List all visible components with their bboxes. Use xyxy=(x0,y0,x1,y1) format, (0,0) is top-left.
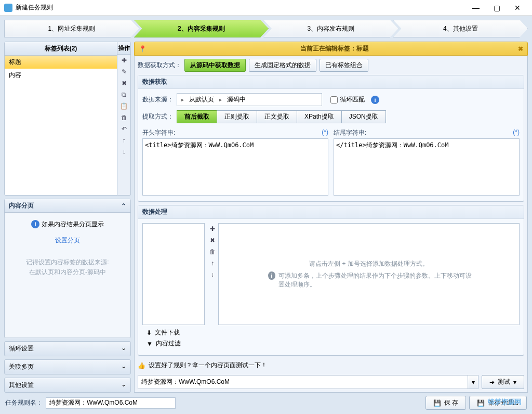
tab-xpath[interactable]: XPath提取 xyxy=(297,110,342,123)
app-icon xyxy=(4,4,12,12)
paste-tag-button[interactable]: 📋 xyxy=(117,100,130,112)
save-icon: 💾 xyxy=(477,399,485,407)
start-label: 开头字符串: xyxy=(142,128,175,137)
tag-list-panel: 标签列表(2) 标题 内容 操作 ✚ ✎ ✖ ⧉ 📋 🗑 ↶ ↑ ↓ xyxy=(4,42,131,196)
dropdown-button[interactable]: ▾ xyxy=(468,376,478,389)
tab-regex[interactable]: 正则提取 xyxy=(217,110,257,123)
maximize-button[interactable]: ▢ xyxy=(486,1,507,15)
info-icon: i xyxy=(31,220,39,228)
chevron-down-icon: ▾ xyxy=(513,379,516,386)
process-list[interactable] xyxy=(142,223,205,325)
download-icon: ⬇ xyxy=(147,329,152,337)
end-label: 结尾字符串: xyxy=(334,128,366,137)
delete-tag-button[interactable]: ✖ xyxy=(117,77,130,89)
close-button[interactable]: ✕ xyxy=(507,1,528,15)
minimize-button[interactable]: — xyxy=(466,1,486,15)
acquire-opt-fixed[interactable]: 生成固定格式的数据 xyxy=(249,59,316,72)
editing-label: 当前正在编辑标签：标题 xyxy=(151,44,518,53)
proc-down-button[interactable]: ↓ xyxy=(207,269,218,280)
step-tabs: 1、网址采集规则 2、内容采集规则 3、内容发布规则 4、其他设置 xyxy=(4,20,528,37)
editing-header: 📍 当前正在编辑标签：标题 ✖ xyxy=(134,42,528,56)
filter-icon: ▼ xyxy=(147,340,153,347)
play-icon: ▸ xyxy=(219,97,222,102)
proc-del-button[interactable]: ✖ xyxy=(207,235,218,246)
paging-header[interactable]: 内容分页 ⌃ xyxy=(5,199,130,213)
undo-button[interactable]: ↶ xyxy=(117,123,130,135)
tag-list-header: 标签列表(2) xyxy=(5,42,117,56)
section-loop[interactable]: 循环设置⌄ xyxy=(4,341,131,356)
data-source-combo[interactable]: ▸从默认页 ▸源码中 xyxy=(177,93,322,106)
arrow-right-icon: ➔ xyxy=(489,379,495,386)
task-name-label: 任务规则名： xyxy=(5,398,43,407)
step-4[interactable]: 4、其他设置 xyxy=(393,20,528,37)
info-icon[interactable]: i xyxy=(371,96,379,104)
wildcard-button[interactable]: (*) xyxy=(513,128,520,137)
step-2[interactable]: 2、内容采集规则 xyxy=(134,20,269,37)
chevron-down-icon: ⌄ xyxy=(121,363,126,371)
tag-item-title[interactable]: 标题 xyxy=(5,56,117,69)
proc-trash-button[interactable]: 🗑 xyxy=(207,246,218,257)
step-1[interactable]: 1、网址采集规则 xyxy=(4,20,139,37)
set-paging-link[interactable]: 设置分页 xyxy=(10,236,125,245)
test-prompt: 设置好了规则？拿一个内容页面测试一下！ xyxy=(149,361,267,370)
wildcard-button[interactable]: (*) xyxy=(322,128,328,137)
chevron-down-icon: ⌄ xyxy=(121,344,126,353)
test-url-combo[interactable]: ▾ xyxy=(138,375,478,389)
data-acquire-header: 数据获取 xyxy=(138,75,524,89)
section-other[interactable]: 其他设置⌄ xyxy=(4,378,131,393)
close-editing-button[interactable]: ✖ xyxy=(518,45,523,53)
thumb-icon: 👍 xyxy=(138,362,145,369)
section-related[interactable]: 关联多页⌄ xyxy=(4,359,131,374)
trash-tag-button[interactable]: 🗑 xyxy=(117,112,130,123)
save-close-button[interactable]: 💾保存并退出 xyxy=(469,396,527,410)
edit-tag-button[interactable]: ✎ xyxy=(117,66,130,77)
acquire-opt-source[interactable]: 从源码中获取数据 xyxy=(184,59,246,72)
proc-up-button[interactable]: ↑ xyxy=(207,257,218,269)
test-url-input[interactable] xyxy=(138,376,468,389)
start-string-input[interactable] xyxy=(142,138,328,196)
pin-icon: 📍 xyxy=(139,45,147,53)
window-title: 新建任务规则 xyxy=(16,3,466,12)
copy-tag-button[interactable]: ⧉ xyxy=(117,89,130,100)
move-up-button[interactable]: ↑ xyxy=(117,135,130,146)
paging-hint: 记得设置内容标签的数据来源: 在默认页和内容分页-源码中 xyxy=(10,257,125,277)
tab-json[interactable]: JSON提取 xyxy=(341,110,386,123)
proc-add-button[interactable]: ✚ xyxy=(207,223,218,235)
tab-body[interactable]: 正文提取 xyxy=(257,110,297,123)
acquire-label: 数据获取方式： xyxy=(138,61,181,70)
collapse-icon: ⌃ xyxy=(121,202,126,210)
test-button[interactable]: ➔测试▾ xyxy=(482,375,524,389)
chevron-down-icon: ⌄ xyxy=(121,381,126,390)
add-tag-button[interactable]: ✚ xyxy=(117,55,130,66)
step-3[interactable]: 3、内容发布规则 xyxy=(263,20,398,37)
paging-info: 如果内容结果分页显示 xyxy=(42,221,104,228)
end-string-input[interactable] xyxy=(334,138,520,196)
tab-trim[interactable]: 前后截取 xyxy=(177,110,217,123)
content-filter-toggle[interactable]: ▼内容过滤 xyxy=(147,338,515,349)
tag-item-content[interactable]: 内容 xyxy=(5,69,117,82)
save-icon: 💾 xyxy=(433,399,441,407)
data-process-header: 数据处理 xyxy=(138,205,524,219)
extract-label: 提取方式： xyxy=(142,112,174,121)
task-name-input[interactable] xyxy=(46,397,176,409)
tag-ops-header: 操作 xyxy=(117,42,130,55)
info-icon: i xyxy=(268,271,275,280)
file-download-toggle[interactable]: ⬇文件下载 xyxy=(147,327,515,338)
save-button[interactable]: 💾保 存 xyxy=(425,396,466,410)
move-down-button[interactable]: ↓ xyxy=(117,146,130,158)
process-hint: 请点击左侧 + 加号选择添加数据处理方式。 i可添加多条，上个步骤处理的结果作为… xyxy=(218,223,520,325)
loop-match-checkbox[interactable]: 循环匹配 xyxy=(330,95,365,104)
acquire-opt-combo[interactable]: 已有标签组合 xyxy=(320,59,368,72)
play-icon: ▸ xyxy=(181,97,184,102)
src-label: 数据来源： xyxy=(142,95,174,104)
titlebar: 新建任务规则 — ▢ ✕ xyxy=(0,0,532,16)
